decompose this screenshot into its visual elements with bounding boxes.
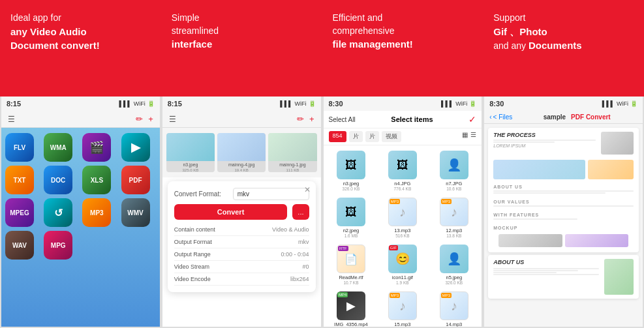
mpg-icon[interactable]: MPG bbox=[44, 231, 72, 260]
section-line-3 bbox=[493, 205, 634, 207]
add-icon2[interactable]: + bbox=[309, 114, 314, 124]
mockup-images bbox=[493, 231, 634, 250]
pdf-page-2: ABOUT US bbox=[488, 255, 639, 299]
check-icon[interactable]: ✓ bbox=[468, 114, 476, 125]
pdf-icon[interactable]: PDF bbox=[121, 166, 150, 194]
panel-documents: SupportGif 、Photoand any Documents 8:30 … bbox=[483, 0, 644, 328]
signal-icon: ▌▌▌ bbox=[119, 100, 132, 107]
thumb-img-2 bbox=[217, 133, 266, 161]
file-name-10: 15.mp3 bbox=[394, 321, 410, 327]
file-name-11: 14.mp3 bbox=[446, 321, 462, 327]
filter-all[interactable]: 854 bbox=[329, 131, 346, 142]
file-grid: 🖼 n3.jpeg 326.0 KB 🖼 n4.JPG 776.4 KB 👤 n… bbox=[324, 145, 482, 328]
thumb-size-1: 325.0 KB bbox=[183, 168, 199, 172]
breadcrumb-sample[interactable]: sample bbox=[544, 113, 566, 121]
file-item-4[interactable]: MP3 ♪ 13.mp3 516 KB bbox=[377, 195, 427, 241]
section-title-about: ABOUT US bbox=[493, 185, 634, 189]
wifi-icon4: WiFi bbox=[617, 100, 628, 107]
panel1-header: Ideal app for any Video AudioDocument co… bbox=[0, 0, 161, 97]
convert-button[interactable]: Convert bbox=[174, 204, 288, 220]
movie-icon[interactable]: 🎬 bbox=[82, 133, 111, 162]
filter-media[interactable]: 视频 bbox=[382, 131, 401, 142]
mp3-badge-5: MP3 bbox=[441, 199, 452, 204]
menu-icon2[interactable]: ☰ bbox=[169, 115, 176, 124]
panel4-tagline-bold2: Documents bbox=[529, 40, 582, 51]
photo-thumbnail-0: 🖼 bbox=[345, 158, 357, 172]
panel-interface: Simplestreamlinedinterface 8:15 ▌▌▌ WiFi… bbox=[161, 0, 322, 328]
panel2-tagline: Simplestreamlinedinterface bbox=[172, 12, 312, 52]
music-note-11: ♪ bbox=[451, 299, 457, 314]
file-thumb-1[interactable]: n3.jpeg 325.0 KB bbox=[166, 133, 215, 172]
info-val-0: Video & Audio bbox=[272, 226, 309, 233]
info-row-2: Output Range 0:00 - 0:04 bbox=[174, 248, 309, 261]
section-line-4 bbox=[493, 218, 577, 220]
toolbar2: ☰ ✏ + bbox=[162, 111, 321, 128]
dialog-close-button[interactable]: ✕ bbox=[304, 185, 311, 194]
panel-filemanage: Efficient andcomprehensivefile managemen… bbox=[322, 0, 483, 328]
select-bar: Select All Select items ✓ bbox=[324, 111, 482, 128]
file-icon-5: MP3 ♪ bbox=[440, 198, 468, 226]
file-size-0: 326.0 KB bbox=[343, 186, 360, 191]
panel2-tagline-bold: interface bbox=[172, 38, 213, 50]
mpeg-icon[interactable]: MPEG bbox=[5, 198, 34, 227]
panel4-tagline: SupportGif 、Photoand any Documents bbox=[493, 12, 634, 53]
file-item-8[interactable]: 👤 n5.jpeg 326.0 KB bbox=[429, 242, 479, 288]
xls-icon[interactable]: XLS bbox=[82, 166, 111, 194]
file-icon-3: 🖼 bbox=[337, 198, 365, 226]
more-button[interactable]: ... bbox=[292, 204, 309, 220]
music-note-5: ♪ bbox=[451, 205, 457, 220]
pdf-page2-image bbox=[604, 259, 634, 295]
file-name-2: n7.JPG bbox=[446, 181, 462, 186]
breadcrumb-pdf[interactable]: PDF Convert bbox=[571, 113, 611, 121]
back-button[interactable]: ‹ < Files bbox=[489, 113, 512, 121]
file-item-10[interactable]: MP3 ♪ 15.mp3 V.9 KB bbox=[377, 289, 427, 328]
filter-videos[interactable]: 片 bbox=[365, 131, 379, 142]
info-val-1: mkv bbox=[298, 239, 309, 245]
file-thumb-3[interactable]: mainng-1.jpg 111 KB bbox=[268, 133, 316, 172]
file-item-2[interactable]: 👤 n7.JPG 10.6 KB bbox=[429, 148, 479, 194]
mp3-badge-4: MP3 bbox=[390, 199, 400, 204]
mov-icon[interactable]: ↺ bbox=[44, 198, 72, 227]
file-item-9[interactable]: MP4 ▶ IMG_4356.mp4 3.0 MB bbox=[326, 289, 376, 328]
media-icon[interactable]: ▶ bbox=[121, 133, 150, 162]
grid-view-icon[interactable]: ▦ bbox=[462, 131, 468, 142]
wma-icon[interactable]: WMA bbox=[44, 133, 72, 162]
menu-icon[interactable]: ☰ bbox=[8, 115, 15, 124]
filter-photos[interactable]: 片 bbox=[349, 131, 363, 142]
list-view-icon[interactable]: ☰ bbox=[470, 131, 476, 142]
file-thumb-2[interactable]: mainng-4.jpg 19.4 KB bbox=[217, 133, 266, 172]
file-thumbnails: n3.jpeg 325.0 KB mainng-4.jpg 19.4 KB ma… bbox=[166, 130, 317, 175]
file-icon-0: 🖼 bbox=[337, 151, 365, 179]
info-row-4: Video Encode libx264 bbox=[174, 273, 309, 286]
file-size-6: 10.7 KB bbox=[343, 280, 358, 285]
format-value[interactable]: mkv bbox=[233, 188, 309, 200]
mp3-icon[interactable]: MP3 bbox=[82, 198, 111, 227]
mp4-badge-9: MP4 bbox=[337, 292, 348, 297]
page2-line-1 bbox=[493, 268, 599, 269]
edit-icon2[interactable]: ✏ bbox=[297, 114, 304, 124]
file-name-3: n2.jpeg bbox=[343, 228, 360, 233]
file-item-6[interactable]: RTF 📄 ReadMe.rtf 10.7 KB bbox=[326, 242, 376, 288]
file-item-7[interactable]: GIF 😊 icon11.gif 1.9 KB bbox=[377, 242, 427, 288]
file-item-3[interactable]: 🖼 n2.jpeg 1.6 MB bbox=[326, 195, 376, 241]
wav-icon[interactable]: WAV bbox=[5, 231, 34, 260]
mockup-img-2 bbox=[565, 234, 628, 247]
status-icons: ▌▌▌ WiFi 🔋 bbox=[119, 100, 155, 107]
add-icon[interactable]: + bbox=[148, 114, 153, 124]
select-all-button[interactable]: Select All bbox=[329, 116, 356, 123]
mockup-img-1 bbox=[498, 234, 562, 247]
file-item-11[interactable]: MP3 ♪ 14.mp3 11.8 KB bbox=[429, 289, 479, 328]
doc-icon[interactable]: DOC bbox=[44, 166, 72, 194]
txt-icon[interactable]: TXT bbox=[5, 166, 34, 194]
file-item-1[interactable]: 🖼 n4.JPG 776.4 KB bbox=[377, 148, 427, 194]
edit-icon[interactable]: ✏ bbox=[136, 114, 143, 124]
time-display3: 8:30 bbox=[329, 100, 343, 108]
file-item-0[interactable]: 🖼 n3.jpeg 326.0 KB bbox=[326, 148, 376, 194]
file-size-1: 776.4 KB bbox=[393, 186, 411, 191]
file-item-5[interactable]: MP3 ♪ 12.mp3 13.8 KB bbox=[429, 195, 479, 241]
pdf-page-header: THE PROCESS LOREM IPSUM bbox=[488, 128, 639, 157]
file-name-0: n3.jpeg bbox=[343, 181, 360, 186]
wmv-icon[interactable]: WMV bbox=[121, 198, 150, 227]
thumb-img-1 bbox=[166, 133, 215, 161]
flv-icon[interactable]: FLV bbox=[5, 133, 34, 162]
